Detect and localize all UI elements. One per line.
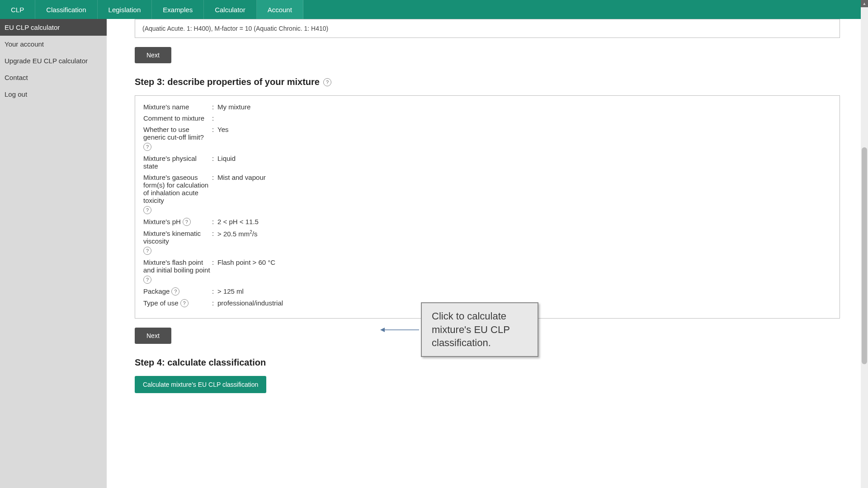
help-icon[interactable]: ? [143,143,151,151]
property-row: Comment to mixture: [143,114,831,122]
topnav-item-account[interactable]: Account [257,0,303,19]
sidebar-item-eu-clp-calculator[interactable]: EU CLP calculator [0,19,107,36]
scrollbar-track[interactable] [861,7,868,488]
sidebar-item-your-account[interactable]: Your account [0,36,107,52]
help-icon[interactable]: ? [180,299,189,307]
scrollbar-thumb[interactable] [862,147,867,364]
property-label: Mixture's kinematic viscosity? [143,230,212,255]
topnav-item-calculator[interactable]: Calculator [204,0,257,19]
main-content: (Aquatic Acute. 1: H400), M-factor = 10 … [107,19,868,488]
colon: : [212,114,217,122]
property-value: > 125 ml [217,287,831,296]
help-icon[interactable]: ? [143,276,151,284]
colon: : [212,126,217,151]
topnav-item-clp[interactable]: CLP [0,0,35,19]
colon: : [212,287,217,296]
property-label: Comment to mixture [143,114,212,122]
step4-heading-text: Step 4: calculate classification [135,357,266,368]
property-row: Package?:> 125 ml [143,287,831,296]
sidebar: EU CLP calculatorYour accountUpgrade EU … [0,19,107,488]
property-value: Yes [217,126,831,151]
property-row: Mixture's pH?:2 < pH < 11.5 [143,218,831,226]
step2-summary-text: (Aquatic Acute. 1: H400), M-factor = 10 … [142,25,328,32]
property-row: Mixture's flash point and initial boilin… [143,258,831,284]
topnav-item-legislation[interactable]: Legislation [98,0,152,19]
topnav-item-classification[interactable]: Classification [35,0,97,19]
property-label: Mixture's physical state [143,155,212,170]
property-label: Mixture's flash point and initial boilin… [143,258,212,284]
property-row: Whether to use generic cut-off limit??:Y… [143,126,831,151]
sidebar-item-upgrade-eu-clp-calculator[interactable]: Upgrade EU CLP calculator [0,52,107,69]
step3-next-button[interactable]: Next [135,328,171,344]
step2-next-button[interactable]: Next [135,47,171,63]
property-row: Mixture's kinematic viscosity?:> 20.5 mm… [143,230,831,255]
scroll-up-icon[interactable]: ▲ [861,0,868,7]
property-row: Mixture's physical state:Liquid [143,155,831,170]
help-icon[interactable]: ? [143,247,151,255]
step3-heading: Step 3: describe properties of your mixt… [135,77,840,87]
calculate-classification-button[interactable]: Calculate mixture's EU CLP classificatio… [135,376,266,393]
topnav-item-examples[interactable]: Examples [152,0,204,19]
sidebar-item-contact[interactable]: Contact [0,69,107,86]
property-label: Type of use? [143,299,212,307]
property-value [217,114,831,122]
property-value: Flash point > 60 °C [217,258,831,284]
colon: : [212,103,217,111]
property-label: Mixture's gaseous form(s) for calculatio… [143,174,212,214]
svg-marker-1 [380,328,385,332]
colon: : [212,258,217,284]
property-value: 2 < pH < 11.5 [217,218,831,226]
help-icon[interactable]: ? [143,206,151,214]
callout: Click to calculate mixture's EU CLP clas… [379,302,538,357]
property-value: My mixture [217,103,831,111]
step2-summary-box: (Aquatic Acute. 1: H400), M-factor = 10 … [135,19,840,38]
colon: : [212,230,217,255]
colon: : [212,155,217,170]
property-row: Mixture's name:My mixture [143,103,831,111]
step4-heading: Step 4: calculate classification [135,357,840,368]
top-nav: CLPClassificationLegislationExamplesCalc… [0,0,868,19]
arrow-left-icon [379,325,420,334]
property-label: Mixture's name [143,103,212,111]
help-icon[interactable]: ? [171,287,179,296]
colon: : [212,218,217,226]
property-value: Mist and vapour [217,174,831,214]
property-value: > 20.5 mm2/s [217,230,831,255]
colon: : [212,174,217,214]
property-value: Liquid [217,155,831,170]
callout-text: Click to calculate mixture's EU CLP clas… [432,310,510,348]
sidebar-item-log-out[interactable]: Log out [0,86,107,103]
callout-box: Click to calculate mixture's EU CLP clas… [421,302,538,357]
property-label: Whether to use generic cut-off limit?? [143,126,212,151]
step3-properties-box: Mixture's name:My mixtureComment to mixt… [135,95,840,319]
help-icon[interactable]: ? [323,78,331,86]
colon: : [212,299,217,307]
property-row: Mixture's gaseous form(s) for calculatio… [143,174,831,214]
help-icon[interactable]: ? [183,218,191,226]
property-label: Package? [143,287,212,296]
property-label: Mixture's pH? [143,218,212,226]
step3-heading-text: Step 3: describe properties of your mixt… [135,77,320,87]
